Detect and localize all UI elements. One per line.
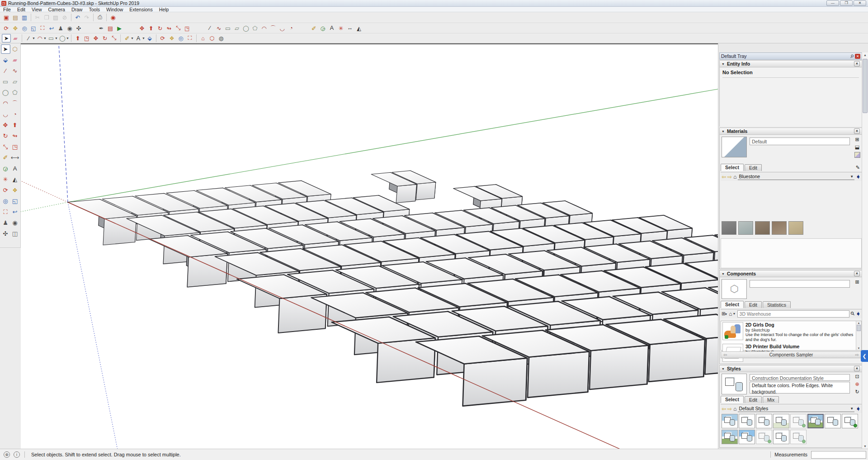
toolbar-button-offset[interactable]: ◳ [183,24,192,33]
material-swatch-bluestone-brown-narrow[interactable] [772,221,787,235]
menu-edit[interactable]: Edit [14,7,28,12]
tool-follow-me[interactable]: ↬ [10,131,20,141]
tool-look-around[interactable]: ◉ [10,218,20,228]
material-swatch-bluestone-light-striped[interactable] [738,221,753,235]
menu-window[interactable]: Window [103,7,126,12]
style-thumbnail-13[interactable] [790,430,807,444]
toolbar-button-three-d-text[interactable]: ◭ [354,24,363,33]
toolbar-button-user-account[interactable]: ◍ [217,34,226,43]
toolbar-button-extension-warehouse[interactable]: ⬡ [208,34,217,43]
toolbar-button-zoom[interactable]: ◎ [20,24,29,33]
tray-title-bar[interactable]: Default Tray ⚲ ✕ [719,52,862,60]
toolbar-button-3d-warehouse[interactable]: ⌂ [198,34,208,43]
minimize-button[interactable]: — [826,0,839,6]
back-arrow-icon[interactable]: ⇦ [722,406,726,412]
tool-axes[interactable]: ✳ [1,175,10,184]
toolbar-button-orbit[interactable]: ⟳ [2,24,11,33]
toolbar-button-scale[interactable]: ⤡ [109,34,118,43]
material-name-field[interactable] [750,138,850,145]
toolbar-button-push-pull[interactable]: ⬆ [73,34,82,43]
tool-two-point-arc[interactable]: ⌒ [10,99,20,108]
toolbar-button-axes[interactable]: ✳ [336,24,345,33]
styles-tab-select[interactable]: Select [721,396,744,403]
toolbar-button-line[interactable]: ∕ [205,24,214,33]
components-tab-edit[interactable]: Edit [745,301,762,308]
style-thumbnail-10[interactable] [739,430,755,444]
tool-zoom[interactable]: ◎ [1,196,10,206]
in-model-icon[interactable]: ⌂ [733,406,736,412]
toolbar-button-position-camera[interactable]: ♟ [56,24,65,33]
view-options-icon[interactable]: ⊞▼ [722,311,727,316]
close-button[interactable]: ✕ [854,0,866,6]
chevron-down-icon[interactable]: ▼ [55,37,58,40]
toolbar-button-three-point-arc[interactable]: ◡ [278,24,287,33]
toolbar-button-select[interactable]: ➤ [2,34,11,43]
tool-walk[interactable]: ✣ [1,229,10,238]
toolbar-button-orbit[interactable]: ⟳ [158,34,167,43]
in-model-icon[interactable]: ⌂ [733,174,736,180]
components-tab-statistics[interactable]: Statistics [763,301,791,308]
scroll-up-icon[interactable]: ▲ [862,52,868,57]
components-search-input[interactable] [737,310,849,318]
toolbar-button-zoom-window[interactable]: ◱ [29,24,38,33]
style-thumbnail-2[interactable] [739,414,755,428]
tool-three-point-arc[interactable]: ◡ [1,109,10,119]
style-thumbnail-7[interactable] [825,414,841,428]
tool-push-pull[interactable]: ⬆ [10,120,20,130]
tool-circle[interactable]: ◯ [1,88,10,97]
tool-protractor[interactable]: ◶ [1,164,10,173]
toolbar-button-new[interactable]: ▣ [2,13,11,22]
styles-collection-dropdown[interactable]: Default Styles▼ [738,405,854,412]
forward-arrow-icon[interactable]: ⇨ [727,174,732,180]
toolbar-button-move[interactable]: ✥ [91,34,100,43]
toolbar-button-rotate[interactable]: ↻ [100,34,109,43]
toolbar-button-save[interactable]: ▥ [20,13,29,22]
eyedropper-icon[interactable]: ✎ [856,165,860,171]
tool-text[interactable]: A [10,164,20,173]
style-thumbnail-9[interactable] [722,430,738,444]
menu-extensions[interactable]: Extensions [126,7,156,12]
toolbar-button-text[interactable]: A [327,24,336,33]
geolocation-icon[interactable]: ⊕ [4,451,10,458]
toolbar-button-print[interactable]: ⎙ [95,13,104,22]
menu-file[interactable]: File [0,7,14,12]
toolbar-button-dimension[interactable]: ↔ [345,24,354,33]
toolbar-button-arc[interactable]: ◠ [259,24,269,33]
toolbar-button-undo[interactable]: ↶ [73,13,82,22]
style-thumbnail-1[interactable] [722,414,738,428]
chevron-down-icon[interactable]: ▼ [43,37,47,40]
toolbar-button-pan[interactable]: ❖ [167,34,176,43]
toolbar-button-two-point-arc[interactable]: ⌒ [269,24,278,33]
tool-pie[interactable]: ◔ [10,109,20,119]
toolbar-button-pie[interactable]: ◔ [287,24,296,33]
chevron-down-icon[interactable]: ▼ [66,37,69,40]
toolbar-button-zoom[interactable]: ◎ [176,34,185,43]
tool-tape-measure[interactable]: ✐ [1,153,10,162]
chevron-down-icon[interactable]: ▼ [142,37,145,40]
tool-offset[interactable]: ◳ [10,142,20,152]
toolbar-button-rectangle[interactable]: ▭ [223,24,232,33]
toolbar-button-rectangle[interactable]: ▭ [47,34,56,43]
tool-line[interactable]: ∕ [1,66,10,76]
tool-dimension[interactable]: ⟷ [10,153,20,162]
menu-view[interactable]: View [28,7,45,12]
style-thumbnail-5[interactable] [790,414,807,428]
create-material-icon[interactable]: ⊞ [855,137,859,142]
toolbar-button-polygon[interactable]: ⬠ [250,24,259,33]
toolbar-button-cut[interactable]: ✂ [33,13,42,22]
forward-arrow-icon[interactable]: ⇨ [727,406,732,412]
style-thumbnail-11[interactable] [756,430,772,444]
toolbar-button-rotated-rectangle[interactable]: ▱ [232,24,241,33]
tool-rotated-rectangle[interactable]: ▱ [10,77,20,86]
style-thumbnail-4[interactable] [773,414,789,428]
toolbar-button-move[interactable]: ✥ [137,24,146,33]
toolbar-button-offset[interactable]: ◳ [82,34,91,43]
chevron-down-icon[interactable]: ▼ [131,37,134,40]
material-swatch-bluestone-dark-gray[interactable] [722,221,736,235]
tool-select[interactable]: ➤ [1,44,10,54]
tool-rectangle[interactable]: ▭ [1,77,10,86]
toolbar-button-copy[interactable]: ❐ [42,13,51,22]
component-result-item[interactable]: 2D Girls Dog by SketchUp Use the Interac… [721,321,861,343]
toolbar-button-tape-measure[interactable]: ✐ [123,34,132,43]
components-close-icon[interactable]: ✕ [854,271,860,276]
